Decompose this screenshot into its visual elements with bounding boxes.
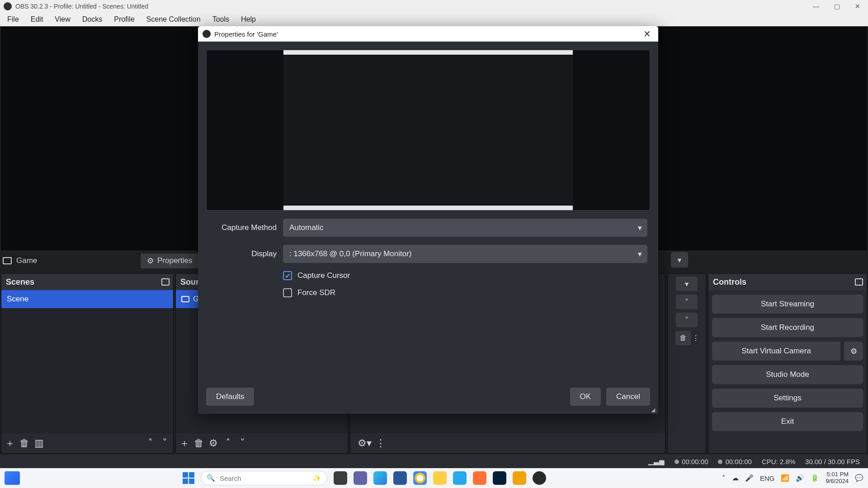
obs-logo-icon: [203, 30, 211, 38]
defaults-button[interactable]: Defaults: [206, 388, 254, 406]
dialog-titlebar[interactable]: Properties for 'Game' ✕: [198, 26, 658, 42]
properties-dialog: Properties for 'Game' ✕ Capture Method A…: [198, 26, 658, 414]
display-value: : 1366x768 @ 0,0 (Primary Monitor): [289, 249, 411, 258]
capture-method-label: Capture Method: [209, 223, 277, 232]
capture-cursor-label: Capture Cursor: [297, 271, 350, 280]
force-sdr-checkbox[interactable]: [283, 288, 292, 297]
force-sdr-row[interactable]: Force SDR: [283, 288, 647, 297]
force-sdr-label: Force SDR: [297, 288, 335, 297]
display-label: Display: [209, 249, 277, 258]
capture-method-value: Automatic: [289, 223, 324, 232]
properties-form: Capture Method Automatic ▾ Display : 136…: [198, 214, 658, 302]
preview-thumbnail-bottom: [283, 206, 573, 210]
capture-method-select[interactable]: Automatic ▾: [283, 219, 647, 237]
preview-thumbnail-top: [283, 50, 573, 55]
capture-cursor-row[interactable]: ✔ Capture Cursor: [283, 271, 647, 280]
chevron-down-icon: ▾: [638, 249, 642, 259]
resize-grip-icon[interactable]: ◢: [651, 407, 656, 412]
preview-thumbnail: [283, 50, 573, 210]
dialog-title: Properties for 'Game': [214, 30, 278, 38]
chevron-down-icon: ▾: [638, 223, 642, 233]
dialog-footer: Defaults OK Cancel: [198, 386, 658, 414]
display-select[interactable]: : 1366x768 @ 0,0 (Primary Monitor) ▾: [283, 245, 647, 263]
dialog-close-button[interactable]: ✕: [641, 28, 654, 39]
cancel-button[interactable]: Cancel: [606, 388, 650, 406]
source-preview: [206, 50, 650, 211]
capture-cursor-checkbox[interactable]: ✔: [283, 271, 292, 280]
ok-button[interactable]: OK: [570, 388, 601, 406]
modal-backdrop: Properties for 'Game' ✕ Capture Method A…: [0, 0, 868, 488]
